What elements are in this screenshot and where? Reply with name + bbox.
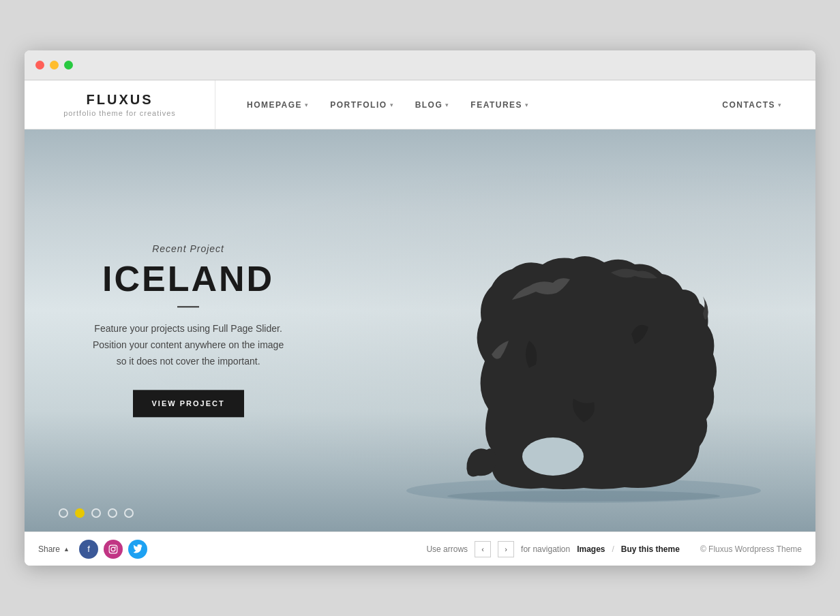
slide-dot-4[interactable] xyxy=(108,508,117,518)
maximize-button[interactable] xyxy=(64,61,73,70)
view-project-button[interactable]: VIEW PROJECT xyxy=(133,390,244,418)
browser-chrome xyxy=(25,50,815,80)
svg-rect-3 xyxy=(109,545,117,553)
social-icons: f xyxy=(79,540,147,559)
footer-nav-hint: Use arrows xyxy=(426,544,468,554)
close-button[interactable] xyxy=(35,61,44,70)
hero-description: Feature your projects using Full Page Sl… xyxy=(93,321,284,369)
nav-label-portfolio: PORTFOLIO xyxy=(330,100,387,110)
nav-item-features[interactable]: FEATURES ▾ xyxy=(460,80,539,129)
chevron-up-icon: ▲ xyxy=(63,546,70,553)
hero-divider xyxy=(177,306,199,307)
logo-name: FLUXUS xyxy=(87,92,153,108)
prev-arrow-button[interactable]: ‹ xyxy=(475,541,491,557)
site-header: FLUXUS portfolio theme for creatives HOM… xyxy=(25,80,815,129)
nav-item-homepage[interactable]: HOMEPAGE ▾ xyxy=(236,80,319,129)
minimize-button[interactable] xyxy=(50,61,59,70)
nav-label-homepage: HOMEPAGE xyxy=(247,100,302,110)
chevron-down-icon: ▾ xyxy=(445,102,449,108)
slide-dot-3[interactable] xyxy=(91,508,101,518)
twitter-icon[interactable] xyxy=(128,540,147,559)
instagram-icon[interactable] xyxy=(104,540,123,559)
footer-divider: / xyxy=(612,544,614,554)
slide-dot-1[interactable] xyxy=(59,508,68,518)
nav-label-blog: BLOG xyxy=(415,100,443,110)
site-footer-bar: Share ▲ f Use arrows ‹ › for navigation … xyxy=(25,532,815,566)
hero-title: ICELAND xyxy=(93,261,284,296)
facebook-icon[interactable]: f xyxy=(79,540,98,559)
chevron-down-icon: ▾ xyxy=(778,102,781,108)
svg-point-4 xyxy=(111,547,115,551)
traffic-lights xyxy=(35,61,73,70)
svg-point-2 xyxy=(447,491,720,502)
images-link[interactable]: Images xyxy=(577,544,605,554)
share-label: Share xyxy=(38,544,60,554)
footer-nav-hint2: for navigation xyxy=(521,544,570,554)
hero-content: Recent Project ICELAND Feature your proj… xyxy=(93,243,284,417)
nav-item-portfolio[interactable]: PORTFOLIO ▾ xyxy=(319,80,404,129)
nav-item-blog[interactable]: BLOG ▾ xyxy=(404,80,460,129)
svg-point-5 xyxy=(115,546,116,547)
nav-item-contacts[interactable]: CONTACTS ▾ xyxy=(708,80,795,129)
next-arrow-button[interactable]: › xyxy=(498,541,514,557)
browser-window: FLUXUS portfolio theme for creatives HOM… xyxy=(25,50,815,566)
chevron-down-icon: ▾ xyxy=(525,102,528,108)
nav-label-features: FEATURES xyxy=(470,100,522,110)
site-logo: FLUXUS portfolio theme for creatives xyxy=(25,80,215,129)
chevron-down-icon: ▾ xyxy=(390,102,393,108)
slide-dot-5[interactable] xyxy=(124,508,134,518)
slider-dots xyxy=(59,508,134,518)
nav-items: HOMEPAGE ▾ PORTFOLIO ▾ BLOG ▾ FEATURES ▾ xyxy=(236,80,539,129)
footer-nav-info: Use arrows ‹ › for navigation Images / B… xyxy=(426,541,802,557)
site-nav: HOMEPAGE ▾ PORTFOLIO ▾ BLOG ▾ FEATURES ▾… xyxy=(215,80,815,129)
copyright-text: © Fluxus Wordpress Theme xyxy=(700,544,802,554)
logo-tagline: portfolio theme for creatives xyxy=(63,109,176,117)
buy-theme-link[interactable]: Buy this theme xyxy=(621,544,680,554)
share-button[interactable]: Share ▲ xyxy=(38,544,70,554)
hero-rock-image xyxy=(393,164,775,518)
svg-point-1 xyxy=(522,437,584,476)
chevron-down-icon: ▾ xyxy=(305,102,308,108)
nav-label-contacts: CONTACTS xyxy=(722,100,775,110)
slide-dot-2[interactable] xyxy=(75,508,85,518)
hero-slider: Recent Project ICELAND Feature your proj… xyxy=(25,129,815,532)
hero-subtitle: Recent Project xyxy=(93,243,284,254)
